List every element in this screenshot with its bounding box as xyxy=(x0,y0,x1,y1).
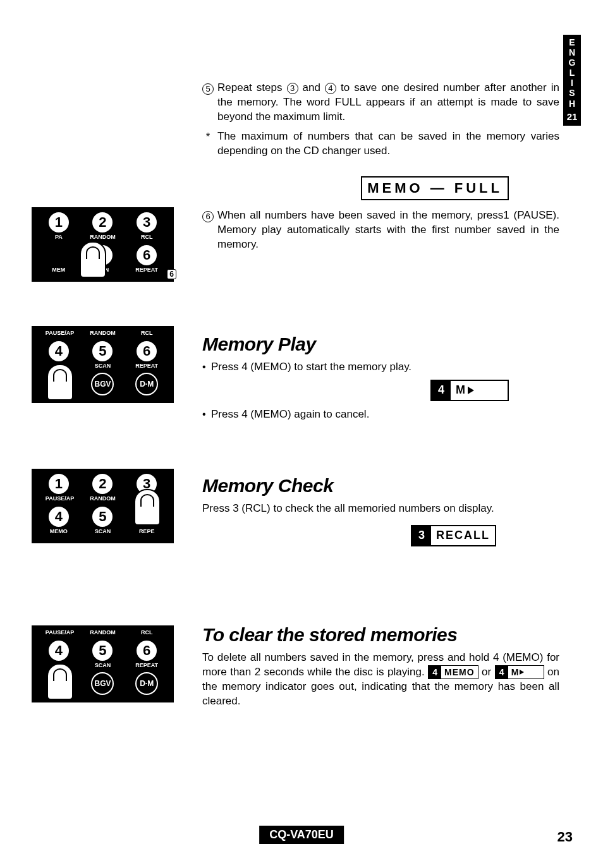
ref-3-icon: 3 xyxy=(287,83,298,94)
step-5-note: The maximum of numbers that can be saved… xyxy=(217,130,559,159)
inline-display-4-memo: 4 MEMO xyxy=(428,665,478,679)
note-marker: * xyxy=(202,130,214,159)
finger-icon xyxy=(47,663,73,700)
display-3-recall: 3 RECALL xyxy=(411,525,496,546)
memo-full-display: MEMO — FULL xyxy=(361,176,509,200)
language-label: ENGLISH xyxy=(563,37,581,109)
button-6: 6 xyxy=(135,340,158,363)
memory-play-title: Memory Play xyxy=(202,334,559,355)
model-number: CQ-VA70EU xyxy=(259,826,344,844)
language-tab: ENGLISH 21 xyxy=(563,35,581,126)
play-icon xyxy=(520,670,524,675)
memory-play-line2: Press 4 (MEMO) again to cancel. xyxy=(202,407,559,422)
inline-display-4-m: 4 M xyxy=(495,665,544,679)
step-5-text: Repeat steps 3 and 4 to save one desired… xyxy=(217,81,559,124)
keypad-illustration-3: 1 2 3 PAUSE/AP RANDOM 4 5 MEMO SCAN REPE xyxy=(32,469,174,543)
memory-play-section: Memory Play Press 4 (MEMO) to start the … xyxy=(202,334,559,427)
play-icon xyxy=(468,387,474,394)
keypad-illustration-4: PAUSE/AP RANDOM RCL 4 5 6 SCAN REPEAT CL… xyxy=(32,625,174,702)
button-6: 6 xyxy=(135,244,158,267)
button-3: 3 xyxy=(135,211,158,234)
button-5: 5 xyxy=(91,340,114,363)
button-6: 6 xyxy=(135,639,158,662)
page-number: 23 xyxy=(557,829,573,845)
step-6-block: 6 When all numbers have been saved in th… xyxy=(202,208,559,257)
button-bgv: BGV xyxy=(91,672,114,695)
button-4: 4 xyxy=(47,340,70,363)
button-2: 2 xyxy=(91,473,114,495)
callout-6: 6 xyxy=(167,269,176,279)
button-4: 4 xyxy=(47,639,70,662)
finger-icon xyxy=(47,364,73,401)
clear-memories-section: To clear the stored memories To delete a… xyxy=(202,624,559,714)
finger-icon xyxy=(134,489,161,526)
clear-memories-text: To delete all numbers saved in the memor… xyxy=(202,651,559,709)
step-6-marker: 6 xyxy=(202,211,214,222)
button-1: 1 xyxy=(47,473,70,495)
memory-play-line1: Press 4 (MEMO) to start the memory play. xyxy=(202,360,559,375)
button-dm: D·M xyxy=(135,672,158,695)
button-bgv: BGV xyxy=(91,373,114,395)
memory-check-line1: Press 3 (RCL) to check the all memoried … xyxy=(202,502,559,516)
button-5: 5 xyxy=(91,639,114,662)
memory-check-title: Memory Check xyxy=(202,475,559,497)
step-5-marker: 5 xyxy=(202,83,214,95)
button-dm: D·M xyxy=(135,373,158,395)
ref-4-icon: 4 xyxy=(325,83,336,94)
section-page: 21 xyxy=(563,111,581,122)
step-5-block: 5 Repeat steps 3 and 4 to save one desir… xyxy=(202,81,559,200)
step-6-text: When all numbers have been saved in the … xyxy=(217,208,559,252)
display-4-m: 4 M xyxy=(430,380,509,401)
finger-icon xyxy=(80,241,106,278)
button-5: 5 xyxy=(91,505,114,528)
button-2: 2 xyxy=(91,211,114,234)
button-1: 1 xyxy=(47,211,70,234)
clear-memories-title: To clear the stored memories xyxy=(202,624,559,646)
button-4: 4 xyxy=(47,505,70,528)
keypad-illustration-1: 1 2 3 PA RANDOM RCL 5 6 MEM CAN REPEAT 6 xyxy=(32,207,174,282)
memory-check-section: Memory Check Press 3 (RCL) to check the … xyxy=(202,475,559,546)
keypad-illustration-2: PAUSE/AP RANDOM RCL 4 5 6 SCAN REPEAT CL… xyxy=(32,326,174,403)
